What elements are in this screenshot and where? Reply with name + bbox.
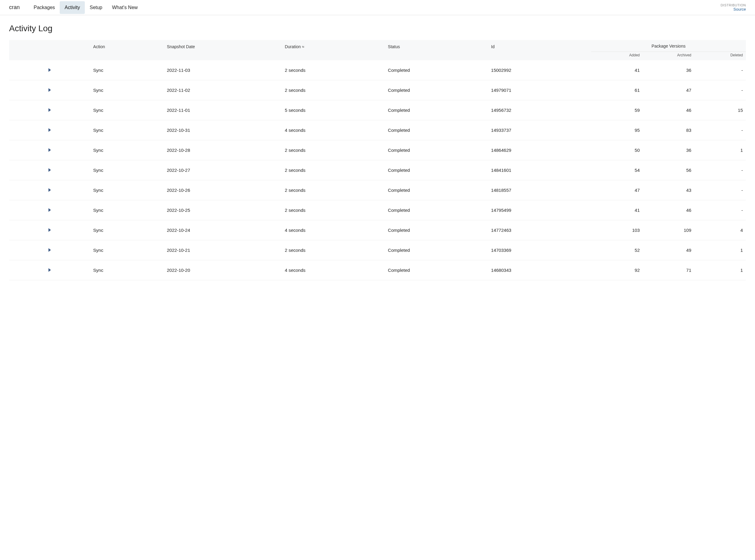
- cell-status: Completed: [385, 180, 488, 200]
- cell-status: Completed: [385, 200, 488, 220]
- cell-duration: 2 seconds: [282, 200, 385, 220]
- expand-row-icon[interactable]: [48, 168, 51, 172]
- col-status-header[interactable]: Status: [385, 40, 488, 52]
- expand-row-icon[interactable]: [48, 208, 51, 212]
- cell-id: 15002992: [488, 60, 591, 80]
- cell-action: Sync: [90, 80, 164, 100]
- cell-status: Completed: [385, 120, 488, 140]
- cell-date: 2022-10-21: [164, 240, 282, 260]
- cell-duration: 2 seconds: [282, 80, 385, 100]
- cell-deleted: -: [694, 60, 746, 80]
- cell-deleted: 1: [694, 260, 746, 280]
- cell-archived: 109: [643, 220, 694, 240]
- cell-deleted: -: [694, 160, 746, 180]
- nav-packages[interactable]: Packages: [29, 1, 60, 14]
- subheader-blank: [9, 52, 591, 61]
- cell-deleted: -: [694, 80, 746, 100]
- table-row: Sync2022-10-252 secondsCompleted14795499…: [9, 200, 746, 220]
- cell-action: Sync: [90, 260, 164, 280]
- page-title: Activity Log: [9, 24, 746, 33]
- col-id-header[interactable]: Id: [488, 40, 591, 52]
- cell-added: 59: [591, 100, 642, 120]
- cell-added: 41: [591, 200, 642, 220]
- cell-action: Sync: [90, 120, 164, 140]
- cell-archived: 36: [643, 60, 694, 80]
- cell-added: 50: [591, 140, 642, 160]
- topbar: cran Packages Activity Setup What's New …: [0, 0, 755, 15]
- cell-id: 14703369: [488, 240, 591, 260]
- cell-id: 14841601: [488, 160, 591, 180]
- cell-id: 14979071: [488, 80, 591, 100]
- col-snapshot-date-header[interactable]: Snapshot Date: [164, 40, 282, 52]
- main-nav: Packages Activity Setup What's New: [29, 1, 143, 14]
- cell-duration: 4 seconds: [282, 220, 385, 240]
- cell-action: Sync: [90, 180, 164, 200]
- cell-deleted: 4: [694, 220, 746, 240]
- cell-deleted: -: [694, 120, 746, 140]
- nav-activity[interactable]: Activity: [60, 1, 85, 14]
- nav-setup[interactable]: Setup: [85, 1, 107, 14]
- col-duration-header[interactable]: Duration ≈: [282, 40, 385, 52]
- table-row: Sync2022-11-015 secondsCompleted14956732…: [9, 100, 746, 120]
- cell-archived: 56: [643, 160, 694, 180]
- cell-date: 2022-10-25: [164, 200, 282, 220]
- cell-added: 95: [591, 120, 642, 140]
- activity-table: Action Snapshot Date Duration ≈ Status I…: [9, 40, 746, 280]
- cell-date: 2022-10-31: [164, 120, 282, 140]
- cell-archived: 47: [643, 80, 694, 100]
- cell-deleted: -: [694, 200, 746, 220]
- cell-date: 2022-11-01: [164, 100, 282, 120]
- expand-row-icon[interactable]: [48, 88, 51, 92]
- table-row: Sync2022-10-282 secondsCompleted14864629…: [9, 140, 746, 160]
- cell-added: 41: [591, 60, 642, 80]
- cell-date: 2022-10-20: [164, 260, 282, 280]
- col-deleted-header[interactable]: Deleted: [694, 52, 746, 61]
- nav-whatsnew[interactable]: What's New: [107, 1, 143, 14]
- cell-date: 2022-11-02: [164, 80, 282, 100]
- cell-action: Sync: [90, 60, 164, 80]
- expand-row-icon[interactable]: [48, 128, 51, 132]
- cell-status: Completed: [385, 160, 488, 180]
- cell-duration: 2 seconds: [282, 240, 385, 260]
- topbar-left: cran Packages Activity Setup What's New: [9, 1, 143, 14]
- expand-row-icon[interactable]: [48, 248, 51, 252]
- expand-row-icon[interactable]: [48, 268, 51, 272]
- table-row: Sync2022-10-244 secondsCompleted14772463…: [9, 220, 746, 240]
- table-row: Sync2022-11-022 secondsCompleted14979071…: [9, 80, 746, 100]
- expand-row-icon[interactable]: [48, 148, 51, 152]
- cell-id: 14933737: [488, 120, 591, 140]
- cell-archived: 36: [643, 140, 694, 160]
- col-package-versions-header: Package Versions: [591, 40, 746, 52]
- expand-row-icon[interactable]: [48, 228, 51, 232]
- cell-action: Sync: [90, 240, 164, 260]
- col-archived-header[interactable]: Archived: [643, 52, 694, 61]
- table-row: Sync2022-10-262 secondsCompleted14818557…: [9, 180, 746, 200]
- cell-status: Completed: [385, 100, 488, 120]
- cell-action: Sync: [90, 160, 164, 180]
- expand-row-icon[interactable]: [48, 108, 51, 112]
- cell-date: 2022-10-24: [164, 220, 282, 240]
- cell-status: Completed: [385, 60, 488, 80]
- cell-added: 92: [591, 260, 642, 280]
- cell-added: 54: [591, 160, 642, 180]
- cell-action: Sync: [90, 200, 164, 220]
- cell-action: Sync: [90, 220, 164, 240]
- cell-date: 2022-11-03: [164, 60, 282, 80]
- col-action-header[interactable]: Action: [90, 40, 164, 52]
- cell-id: 14795499: [488, 200, 591, 220]
- cell-archived: 46: [643, 100, 694, 120]
- source-link[interactable]: Source: [720, 7, 746, 12]
- cell-deleted: 1: [694, 240, 746, 260]
- cell-deleted: 1: [694, 140, 746, 160]
- table-row: Sync2022-11-032 secondsCompleted15002992…: [9, 60, 746, 80]
- cell-duration: 2 seconds: [282, 180, 385, 200]
- cell-id: 14864629: [488, 140, 591, 160]
- expand-row-icon[interactable]: [48, 188, 51, 192]
- cell-duration: 4 seconds: [282, 260, 385, 280]
- col-added-header[interactable]: Added: [591, 52, 642, 61]
- cell-duration: 4 seconds: [282, 120, 385, 140]
- expand-row-icon[interactable]: [48, 68, 51, 72]
- cell-archived: 83: [643, 120, 694, 140]
- cell-added: 52: [591, 240, 642, 260]
- cell-duration: 2 seconds: [282, 140, 385, 160]
